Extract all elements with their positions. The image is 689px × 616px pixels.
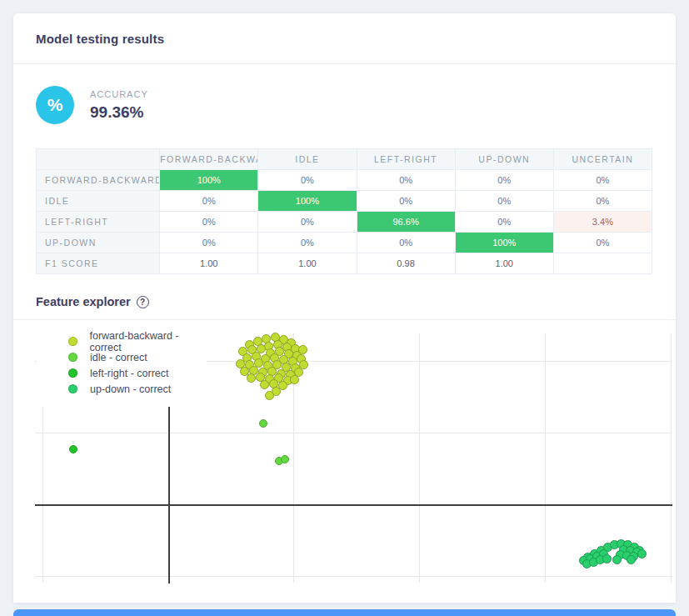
cell-fb-lr: 0% xyxy=(357,170,455,191)
cell-lr-idle: 0% xyxy=(258,212,357,233)
legend-item-left-right[interactable]: left-right - correct xyxy=(37,365,207,381)
accuracy-label: ACCURACY xyxy=(90,89,148,99)
cell-idle-unc: 0% xyxy=(553,191,652,212)
cell-lr-fb: 0% xyxy=(160,212,258,233)
table-header-row: FORWARD-BACKWARD IDLE LEFT-RIGHT UP-DOWN… xyxy=(37,149,652,170)
header-divider xyxy=(13,63,676,64)
cell-lr-ud: 0% xyxy=(455,212,553,233)
scatter-point-up-down[interactable] xyxy=(627,555,636,564)
forward-backward-dot-icon xyxy=(68,337,77,346)
confusion-matrix-table: FORWARD-BACKWARD IDLE LEFT-RIGHT UP-DOWN… xyxy=(36,148,652,274)
scatter-point-forward-backward[interactable] xyxy=(290,375,299,384)
cell-ud-idle: 0% xyxy=(258,233,357,253)
scatter-point-idle[interactable] xyxy=(281,455,289,463)
table-row: UP-DOWN 0% 0% 0% 100% 0% xyxy=(37,233,652,253)
cell-fb-idle: 0% xyxy=(258,170,357,191)
row-label-forward-backward: FORWARD-BACKWARD xyxy=(37,170,160,191)
v-gridline xyxy=(671,333,672,583)
chart-legend: forward-backward - correct idle - correc… xyxy=(37,330,207,407)
cell-f1-fb: 1.00 xyxy=(160,253,258,274)
row-label-f1-score: F1 SCORE xyxy=(37,253,160,274)
cell-f1-unc xyxy=(553,253,652,274)
scatter-point-forward-backward[interactable] xyxy=(247,373,256,383)
cell-ud-fb: 0% xyxy=(160,233,258,253)
left-right-dot-icon xyxy=(68,368,77,378)
idle-dot-icon xyxy=(68,353,77,362)
cell-ud-unc: 0% xyxy=(553,233,652,253)
v-gridline xyxy=(419,333,420,583)
scatter-point-left-right[interactable] xyxy=(69,445,77,453)
corner-cell xyxy=(37,149,160,170)
col-header-left-right: LEFT-RIGHT xyxy=(357,149,455,170)
table-row: IDLE 0% 100% 0% 0% 0% xyxy=(37,191,652,212)
scatter-point-up-down[interactable] xyxy=(637,549,647,558)
v-gridline xyxy=(545,333,546,583)
table-row: F1 SCORE 1.00 1.00 0.98 1.00 xyxy=(37,253,652,274)
table-row: FORWARD-BACKWARD 100% 0% 0% 0% 0% xyxy=(37,170,652,191)
help-icon[interactable]: ? xyxy=(137,296,149,308)
scatter-point-up-down[interactable] xyxy=(602,554,612,563)
cell-idle-ud: 0% xyxy=(455,191,553,212)
legend-item-forward-backward[interactable]: forward-backward - correct xyxy=(37,333,207,349)
page: Model testing results % ACCURACY 99.36% … xyxy=(0,0,689,616)
cell-fb-unc: 0% xyxy=(553,170,652,191)
model-testing-card: Model testing results % ACCURACY 99.36% … xyxy=(13,13,676,603)
col-header-forward-backward: FORWARD-BACKWARD xyxy=(160,149,258,170)
x-axis-line xyxy=(35,504,672,506)
legend-item-up-down[interactable]: up-down - correct xyxy=(37,381,207,397)
row-label-idle: IDLE xyxy=(37,191,160,212)
cell-f1-lr: 0.98 xyxy=(357,253,455,274)
accuracy-value: 99.36% xyxy=(90,103,143,122)
scatter-point-idle[interactable] xyxy=(259,419,267,428)
feature-explorer-title: Feature explorer ? xyxy=(36,295,149,308)
cell-fb-ud: 0% xyxy=(455,170,553,191)
cell-f1-idle: 1.00 xyxy=(258,253,357,274)
cell-ud-lr: 0% xyxy=(357,233,455,253)
table-row: LEFT-RIGHT 0% 0% 96.6% 0% 3.4% xyxy=(37,212,652,233)
cell-ud-ud: 100% xyxy=(455,233,553,253)
page-title: Model testing results xyxy=(36,32,164,46)
cell-fb-fb: 100% xyxy=(160,170,258,191)
scatter-point-forward-backward[interactable] xyxy=(298,345,307,354)
row-label-left-right: LEFT-RIGHT xyxy=(37,212,160,233)
col-header-idle: IDLE xyxy=(258,149,357,170)
cell-idle-fb: 0% xyxy=(160,191,258,212)
col-header-uncertain: UNCERTAIN xyxy=(553,149,652,170)
percent-icon: % xyxy=(36,86,74,124)
cell-idle-idle: 100% xyxy=(258,191,357,212)
next-section-top-bar[interactable] xyxy=(13,609,676,616)
feature-explorer-label: Feature explorer xyxy=(36,295,131,308)
scatter-point-up-down[interactable] xyxy=(612,555,622,564)
scatter-point-forward-backward[interactable] xyxy=(260,380,269,389)
up-down-dot-icon xyxy=(68,384,77,393)
h-gridline xyxy=(35,576,672,577)
h-gridline xyxy=(35,433,672,433)
scatter-point-forward-backward[interactable] xyxy=(265,391,274,400)
cell-idle-lr: 0% xyxy=(357,191,455,212)
cell-lr-lr: 96.6% xyxy=(357,212,455,233)
row-label-up-down: UP-DOWN xyxy=(37,233,160,253)
col-header-up-down: UP-DOWN xyxy=(455,149,553,170)
cell-f1-ud: 1.00 xyxy=(455,253,553,274)
cell-lr-unc: 3.4% xyxy=(553,212,652,233)
